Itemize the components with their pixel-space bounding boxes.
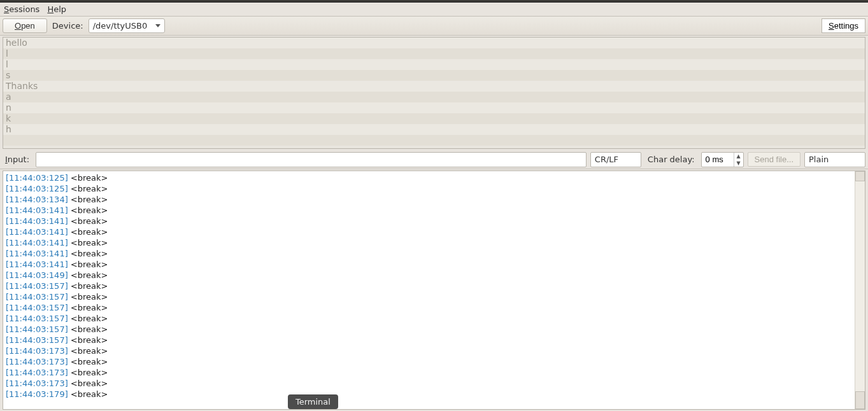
encoding-value: Plain xyxy=(809,155,829,164)
receive-line: n xyxy=(3,102,865,113)
char-delay-spinner[interactable]: ▲ ▼ xyxy=(701,152,744,167)
spinner-down-icon[interactable]: ▼ xyxy=(734,160,743,167)
device-combo[interactable]: /dev/ttyUSB0 xyxy=(89,18,165,33)
receive-line: h xyxy=(3,124,865,135)
log-timestamp: [11:44:03:141] xyxy=(6,249,68,258)
log-timestamp: [11:44:03:141] xyxy=(6,260,68,269)
log-line: [11:44:03:173] <break> xyxy=(6,356,852,367)
log-timestamp: [11:44:03:149] xyxy=(6,270,68,280)
receive-line: s xyxy=(3,70,865,81)
log-line: [11:44:03:141] <break> xyxy=(6,248,852,259)
scrollbar[interactable] xyxy=(855,171,865,409)
log-line: [11:44:03:179] <break> xyxy=(6,389,852,400)
receive-line: a xyxy=(3,92,865,102)
log-message: <break> xyxy=(68,357,108,366)
settings-button[interactable]: Settings xyxy=(822,18,865,33)
log-timestamp: [11:44:03:134] xyxy=(6,195,68,204)
log-message: <break> xyxy=(68,379,108,388)
log-message: <break> xyxy=(68,346,108,356)
log-timestamp: [11:44:03:125] xyxy=(6,173,68,183)
log-line: [11:44:03:141] <break> xyxy=(6,237,852,248)
log-message: <break> xyxy=(68,314,108,323)
log-line: [11:44:03:141] <break> xyxy=(6,205,852,216)
log-line: [11:44:03:157] <break> xyxy=(6,313,852,324)
log-timestamp: [11:44:03:179] xyxy=(6,389,68,399)
toolbar: Open Device: /dev/ttyUSB0 Settings xyxy=(0,17,868,36)
log-timestamp: [11:44:03:141] xyxy=(6,227,68,237)
line-ending-value: CR/LF xyxy=(595,155,618,164)
log-timestamp: [11:44:03:157] xyxy=(6,324,68,334)
log-timestamp: [11:44:03:157] xyxy=(6,314,68,323)
log-message: <break> xyxy=(68,206,108,215)
log-content[interactable]: [11:44:03:125] <break>[11:44:03:125] <br… xyxy=(3,171,855,409)
receive-line xyxy=(3,135,865,146)
log-timestamp: [11:44:03:173] xyxy=(6,379,68,388)
log-line: [11:44:03:134] <break> xyxy=(6,194,852,205)
receive-panel[interactable]: hellollsThanksankh xyxy=(3,37,865,149)
log-line: [11:44:03:173] <break> xyxy=(6,345,852,356)
log-message: <break> xyxy=(68,195,108,204)
log-timestamp: [11:44:03:141] xyxy=(6,206,68,215)
log-timestamp: [11:44:03:173] xyxy=(6,368,68,377)
input-label: Input: xyxy=(3,155,32,164)
spinner-up-icon[interactable]: ▲ xyxy=(734,153,743,160)
log-line: [11:44:03:157] <break> xyxy=(6,335,852,345)
menu-sessions[interactable]: Sessions xyxy=(4,4,39,14)
log-message: <break> xyxy=(68,238,108,247)
input-row: Input: CR/LF Char delay: ▲ ▼ Send file..… xyxy=(0,150,868,169)
log-timestamp: [11:44:03:141] xyxy=(6,238,68,247)
log-line: [11:44:03:125] <break> xyxy=(6,183,852,194)
log-line: [11:44:03:141] <break> xyxy=(6,259,852,270)
menu-help[interactable]: Help xyxy=(47,4,66,14)
scroll-stepper-top[interactable] xyxy=(855,171,865,181)
open-button[interactable]: Open xyxy=(3,18,47,33)
receive-line: l xyxy=(3,59,865,70)
log-message: <break> xyxy=(68,173,108,183)
device-value: /dev/ttyUSB0 xyxy=(93,21,148,31)
tooltip: Terminal xyxy=(288,394,338,409)
log-line: [11:44:03:157] <break> xyxy=(6,302,852,313)
receive-line: k xyxy=(3,113,865,124)
encoding-combo[interactable]: Plain xyxy=(804,152,865,167)
scroll-thumb[interactable] xyxy=(855,391,865,409)
log-message: <break> xyxy=(68,292,108,302)
receive-line: Thanks xyxy=(3,81,865,92)
chevron-down-icon xyxy=(155,24,160,27)
log-timestamp: [11:44:03:157] xyxy=(6,303,68,312)
log-timestamp: [11:44:03:173] xyxy=(6,346,68,356)
line-ending-combo[interactable]: CR/LF xyxy=(590,152,641,167)
char-delay-label: Char delay: xyxy=(645,155,697,164)
log-line: [11:44:03:157] <break> xyxy=(6,281,852,291)
input-field[interactable] xyxy=(36,152,587,167)
log-line: [11:44:03:125] <break> xyxy=(6,172,852,183)
log-line: [11:44:03:149] <break> xyxy=(6,270,852,281)
char-delay-value[interactable] xyxy=(706,155,734,164)
log-message: <break> xyxy=(68,368,108,377)
send-file-button: Send file... xyxy=(748,152,800,167)
receive-line: l xyxy=(3,48,865,59)
log-line: [11:44:03:141] <break> xyxy=(6,216,852,226)
log-message: <break> xyxy=(68,324,108,334)
log-timestamp: [11:44:03:173] xyxy=(6,357,68,366)
log-line: [11:44:03:173] <break> xyxy=(6,378,852,389)
log-message: <break> xyxy=(68,260,108,269)
log-message: <break> xyxy=(68,335,108,345)
log-message: <break> xyxy=(68,249,108,258)
log-area: [11:44:03:125] <break>[11:44:03:125] <br… xyxy=(3,171,865,410)
log-line: [11:44:03:157] <break> xyxy=(6,324,852,335)
log-timestamp: [11:44:03:157] xyxy=(6,281,68,291)
log-line: [11:44:03:157] <break> xyxy=(6,291,852,302)
menubar: Sessions Help xyxy=(0,3,868,17)
log-message: <break> xyxy=(68,270,108,280)
log-message: <break> xyxy=(68,303,108,312)
log-line: [11:44:03:141] <break> xyxy=(6,226,852,237)
log-timestamp: [11:44:03:157] xyxy=(6,335,68,345)
receive-line: hello xyxy=(3,38,865,48)
log-message: <break> xyxy=(68,184,108,193)
log-timestamp: [11:44:03:157] xyxy=(6,292,68,302)
log-message: <break> xyxy=(68,227,108,237)
log-timestamp: [11:44:03:141] xyxy=(6,216,68,226)
log-message: <break> xyxy=(68,281,108,291)
log-message: <break> xyxy=(68,389,108,399)
log-message: <break> xyxy=(68,216,108,226)
